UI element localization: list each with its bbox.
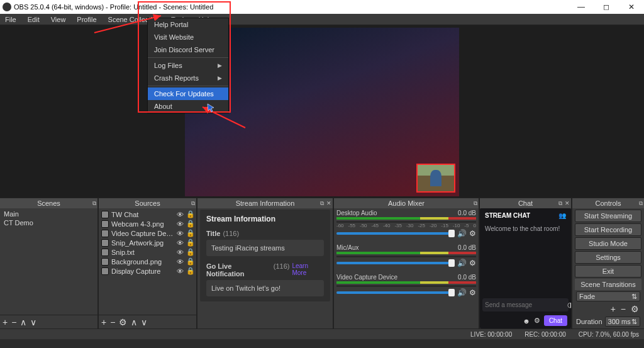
- volume-slider[interactable]: [336, 262, 455, 264]
- golive-input[interactable]: Live on Twitch let's go!: [206, 280, 324, 296]
- source-item[interactable]: Snip.txt👁🔒: [101, 247, 194, 257]
- source-type-icon: [101, 220, 109, 228]
- menu-view[interactable]: View: [48, 15, 69, 24]
- dock-popout-icon[interactable]: ⧉: [558, 200, 562, 207]
- dock-popout-icon[interactable]: ⧉: [639, 200, 643, 207]
- stream-title-input[interactable]: Testing iRacing streams: [206, 240, 324, 256]
- add-source-button[interactable]: +: [101, 317, 106, 327]
- lock-toggle-icon[interactable]: 🔒: [186, 220, 194, 228]
- source-settings-button[interactable]: ⚙: [119, 317, 127, 327]
- remove-scene-button[interactable]: −: [11, 317, 16, 327]
- source-type-icon: [101, 211, 109, 218]
- lock-toggle-icon[interactable]: 🔒: [186, 248, 194, 256]
- volume-slider[interactable]: [336, 232, 455, 235]
- remove-source-button[interactable]: −: [110, 317, 115, 327]
- source-item[interactable]: Webcam 4-3.png👁🔒: [101, 219, 194, 228]
- source-item[interactable]: Display Capture👁🔒: [101, 266, 194, 276]
- source-down-button[interactable]: ∨: [141, 317, 147, 327]
- help-menu-visit-website[interactable]: Visit Website: [148, 31, 228, 43]
- level-meter: [336, 252, 476, 254]
- scene-item[interactable]: CT Demo: [3, 218, 95, 227]
- lock-toggle-icon[interactable]: 🔒: [186, 229, 194, 237]
- lock-toggle-icon[interactable]: 🔒: [186, 210, 194, 218]
- status-rec: REC: 00:00:00: [525, 331, 566, 338]
- help-menu-check-for-updates[interactable]: Check For Updates: [148, 87, 228, 100]
- duration-spinner[interactable]: 300 ms ⇅: [605, 317, 640, 327]
- help-menu-about[interactable]: About: [148, 100, 228, 113]
- visibility-toggle-icon[interactable]: 👁: [176, 258, 184, 266]
- level-meter: [336, 255, 476, 257]
- menu-edit[interactable]: Edit: [25, 15, 42, 24]
- transition-remove-button[interactable]: −: [621, 304, 626, 314]
- source-up-button[interactable]: ∧: [131, 317, 137, 327]
- chat-input[interactable]: [485, 301, 565, 308]
- window-maximize-button[interactable]: ◻: [594, 0, 619, 14]
- lock-toggle-icon[interactable]: 🔒: [186, 267, 194, 275]
- chat-emoji-button[interactable]: ☻: [523, 317, 530, 325]
- source-item[interactable]: Video Capture Device👁🔒: [101, 228, 194, 238]
- dock-popout-icon[interactable]: ⧉: [320, 200, 324, 207]
- visibility-toggle-icon[interactable]: 👁: [176, 249, 184, 256]
- window-minimize-button[interactable]: —: [569, 0, 594, 14]
- scene-down-button[interactable]: ∨: [30, 317, 36, 327]
- scene-up-button[interactable]: ∧: [20, 317, 26, 327]
- chat-input-row: ◑: [482, 298, 569, 312]
- lock-toggle-icon[interactable]: 🔒: [186, 239, 194, 247]
- visibility-toggle-icon[interactable]: 👁: [176, 239, 184, 247]
- menu-file[interactable]: File: [3, 15, 19, 24]
- chat-dock: Chat ⧉✕ STREAM CHAT 👥 Welcome to the cha…: [480, 198, 571, 328]
- source-type-icon: [101, 267, 109, 275]
- channel-settings-icon[interactable]: ⚙: [469, 259, 476, 267]
- lock-toggle-icon[interactable]: 🔒: [186, 257, 194, 266]
- transition-settings-icon[interactable]: ⚙: [631, 304, 639, 314]
- preview-area: [0, 25, 644, 198]
- menu-profile[interactable]: Profile: [74, 15, 99, 24]
- dock-close-icon[interactable]: ✕: [326, 200, 331, 207]
- start-recording-button[interactable]: Start Recording: [575, 223, 641, 236]
- chat-settings-icon[interactable]: ⚙: [534, 317, 540, 325]
- source-name: Video Capture Device: [111, 230, 174, 237]
- channel-settings-icon[interactable]: ⚙: [469, 288, 476, 297]
- transition-add-button[interactable]: +: [611, 304, 616, 314]
- chat-emote-icon[interactable]: ◑: [567, 301, 571, 309]
- exit-button[interactable]: Exit: [575, 265, 641, 278]
- help-menu-log-files[interactable]: Log Files▶: [148, 59, 228, 72]
- stream-info-title: Stream Information: [206, 215, 324, 223]
- speaker-icon[interactable]: 🔊: [457, 229, 467, 238]
- dock-close-icon[interactable]: ✕: [565, 200, 570, 207]
- webcam-overlay[interactable]: [416, 164, 455, 193]
- visibility-toggle-icon[interactable]: 👁: [176, 230, 184, 237]
- volume-slider[interactable]: [336, 291, 455, 294]
- transition-select[interactable]: Fade ⇅: [576, 291, 640, 301]
- docks-row: Scenes ⧉ Main CT Demo + − ∧ ∨ Sources ⧉ …: [0, 198, 644, 328]
- visibility-toggle-icon[interactable]: 👁: [176, 220, 184, 228]
- visibility-toggle-icon[interactable]: 👁: [176, 267, 184, 275]
- learn-more-link[interactable]: Learn More: [292, 262, 324, 278]
- dock-popout-icon[interactable]: ⧉: [474, 200, 477, 207]
- dock-popout-icon[interactable]: ⧉: [191, 200, 195, 207]
- chat-send-button[interactable]: Chat: [544, 315, 567, 326]
- scene-item[interactable]: Main: [3, 210, 95, 218]
- sources-list[interactable]: TW Chat👁🔒Webcam 4-3.png👁🔒Video Capture D…: [99, 208, 196, 315]
- settings-button[interactable]: Settings: [575, 251, 641, 264]
- help-menu-crash-reports[interactable]: Crash Reports▶: [148, 72, 228, 84]
- scenes-list[interactable]: Main CT Demo: [0, 208, 97, 315]
- window-close-button[interactable]: ✕: [619, 0, 644, 14]
- golive-label: Go Live Notification: [206, 262, 271, 278]
- help-menu-help-portal[interactable]: Help Portal: [148, 18, 228, 31]
- source-item[interactable]: TW Chat👁🔒: [101, 210, 194, 219]
- add-scene-button[interactable]: +: [3, 317, 8, 327]
- dock-popout-icon[interactable]: ⧉: [92, 200, 96, 207]
- speaker-icon[interactable]: 🔊: [457, 288, 467, 297]
- studio-mode-button[interactable]: Studio Mode: [575, 237, 641, 250]
- users-icon[interactable]: 👥: [558, 212, 566, 219]
- help-menu-join-discord[interactable]: Join Discord Server: [148, 43, 228, 56]
- start-streaming-button[interactable]: Start Streaming: [575, 210, 641, 222]
- visibility-toggle-icon[interactable]: 👁: [176, 211, 184, 218]
- channel-settings-icon[interactable]: ⚙: [469, 229, 476, 238]
- source-item[interactable]: Background.png👁🔒: [101, 257, 194, 266]
- speaker-icon[interactable]: 🔊: [457, 259, 467, 267]
- source-item[interactable]: Snip_Artwork.jpg👁🔒: [101, 238, 194, 247]
- source-name: Snip_Artwork.jpg: [111, 239, 174, 247]
- stream-info-header: Stream Information ⧉✕: [197, 198, 333, 208]
